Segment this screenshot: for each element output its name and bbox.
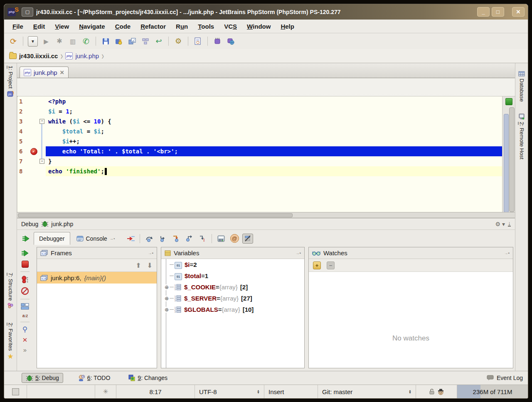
menu-item-run[interactable]: Run <box>172 22 192 31</box>
close-icon[interactable]: ✕ <box>22 337 28 343</box>
step-over-icon[interactable] <box>144 234 155 244</box>
debug-settings-gear-icon[interactable]: ⚙ ▾ <box>495 221 505 227</box>
settings-icon[interactable]: ⚙ <box>173 36 183 46</box>
remove-watch-button[interactable]: − <box>327 261 335 269</box>
frame-row[interactable]: <,>junk.php:6, {main}() <box>37 272 157 284</box>
save-all-icon[interactable] <box>101 36 111 46</box>
step-out-icon[interactable] <box>184 234 195 244</box>
code-line-6[interactable]: 6✔ echo 'Total: ' . $total . '<br>'; <box>17 146 502 156</box>
gutter-fold-area[interactable] <box>39 136 46 146</box>
gutter-fold-area[interactable] <box>39 126 46 136</box>
expand-node-icon[interactable]: ⊕ <box>164 296 170 301</box>
stop-icon[interactable] <box>22 261 29 268</box>
variable-row[interactable]: ⊕123$_COOKIE = {array}[2] <box>161 281 304 293</box>
gutter-fold-area[interactable]: ▴ <box>39 156 46 166</box>
frame-up-icon[interactable]: ⬆ <box>135 261 141 269</box>
code-editor[interactable]: 1<?php2$i = 1;3▾while ($i <= 10) {4 $tot… <box>17 96 502 212</box>
coverage-icon[interactable]: ▥ <box>68 36 78 46</box>
view-breakpoints-icon[interactable] <box>21 276 29 283</box>
caret-position-cell[interactable]: 8:17 <box>116 385 195 398</box>
toolwindow-button-todo[interactable]: 6: TODO <box>74 373 114 382</box>
gutter-fold-area[interactable]: ▾ <box>39 116 46 126</box>
stripe-button-favorites[interactable]: 2: Favorites★ <box>7 323 13 360</box>
hide-tool-window-icon[interactable]: ↓ <box>508 221 511 227</box>
maximize-button[interactable]: □ <box>492 7 504 17</box>
code-line-7[interactable]: 7▴} <box>17 156 502 166</box>
run-to-cursor-icon[interactable]: I <box>197 234 208 244</box>
memory-indicator[interactable]: 236M of 711M <box>457 385 528 398</box>
debug-tab-debugger[interactable]: Debugger <box>34 232 70 245</box>
toolwindow-button-debug[interactable]: 5: Debug <box>22 373 63 383</box>
gutter-fold-area[interactable] <box>39 146 46 156</box>
add-watch-button[interactable]: + <box>313 261 321 269</box>
editor-hscrollbar[interactable] <box>17 212 515 218</box>
menu-item-vcs[interactable]: VCS <box>220 22 241 31</box>
close-tab-icon[interactable]: ✕ <box>60 69 64 76</box>
restore-layout-icon[interactable] <box>21 303 29 310</box>
float-panel-icon[interactable]: →▪ <box>148 251 153 255</box>
menu-item-file[interactable]: File <box>8 22 27 31</box>
expand-node-icon[interactable]: ⊕ <box>164 307 170 313</box>
project-structure-icon[interactable] <box>140 36 150 46</box>
gutter-breakpoint-area[interactable]: ✔ <box>28 148 39 155</box>
vcs-branch-cell[interactable]: Git: master ▲▼ <box>318 385 416 398</box>
resume-icon[interactable] <box>21 249 29 257</box>
more-icon[interactable]: » <box>23 347 27 353</box>
attach-debugger-icon[interactable]: ✆ <box>81 36 91 46</box>
frame-down-icon[interactable]: ⬇ <box>147 261 153 269</box>
menu-item-navigate[interactable]: Navigate <box>75 22 109 31</box>
menu-item-help[interactable]: Help <box>276 22 298 31</box>
close-button[interactable]: ✕ <box>512 7 525 17</box>
code-line-1[interactable]: 1<?php <box>17 96 502 106</box>
breakpoint-icon[interactable]: ✔ <box>30 148 37 155</box>
fold-collapse-icon[interactable]: ▾ <box>39 119 44 124</box>
code-line-2[interactable]: 2$i = 1; <box>17 106 502 116</box>
editor-tab-junk-php[interactable]: php junk.php ✕ <box>20 67 69 78</box>
hector-inspector-icon[interactable] <box>438 389 444 395</box>
deployment-icon[interactable] <box>114 36 124 46</box>
quick-evaluate-at-icon[interactable]: @ <box>229 234 240 244</box>
code-line-8[interactable]: 8echo 'finished'; <box>17 166 502 176</box>
help-doc-icon[interactable] <box>193 36 203 46</box>
mute-breakpoints-circle-icon[interactable] <box>21 287 29 295</box>
variable-row[interactable]: 01$i = 2 <box>161 259 304 270</box>
sync-icon[interactable]: ⟳ <box>8 36 18 46</box>
pin-icon[interactable]: ⚲ <box>22 326 27 333</box>
scrollbar-thumb-outer[interactable] <box>509 107 515 212</box>
expand-node-icon[interactable]: ⊕ <box>164 284 170 290</box>
code-line-4[interactable]: 4 $total = $i; <box>17 126 502 136</box>
resume-program-icon[interactable] <box>20 234 31 244</box>
force-step-into-icon[interactable] <box>170 234 181 244</box>
step-into-icon[interactable] <box>157 234 168 244</box>
menu-item-tools[interactable]: Tools <box>194 22 218 31</box>
insert-mode-cell[interactable]: Insert <box>264 385 318 398</box>
plugin-b-icon[interactable] <box>226 36 236 46</box>
lock-icon[interactable] <box>429 389 434 395</box>
gutter-fold-area[interactable] <box>39 96 46 106</box>
window-menu-button[interactable]: ▢ <box>22 7 33 17</box>
code-line-3[interactable]: 3▾while ($i <= 10) { <box>17 116 502 126</box>
run-icon[interactable]: ▶ <box>41 36 51 46</box>
toggle-toolbuttons-icon[interactable] <box>12 388 19 395</box>
stripe-button-structure[interactable]: 7: Structure <box>7 273 14 308</box>
inspection-status-icon[interactable] <box>505 98 512 105</box>
hscrollbar-thumb[interactable] <box>18 213 293 217</box>
variable-row[interactable]: ⊕123$_SERVER = {array}[27] <box>161 293 304 304</box>
stripe-button-project[interactable]: 1: Projectps <box>7 66 14 97</box>
run-config-dropdown-icon[interactable]: ▼ <box>28 36 38 46</box>
mute-breakpoints-icon[interactable] <box>242 234 253 244</box>
stripe-button-database[interactable]: Database <box>518 71 525 102</box>
plugin-a-icon[interactable] <box>212 36 222 46</box>
gutter-fold-area[interactable] <box>39 106 46 116</box>
encoding-cell[interactable]: UTF-8 ▲▼ <box>195 385 264 398</box>
revert-icon[interactable]: ↩ <box>154 36 164 46</box>
sort-alphabetically-icon[interactable]: a↕z <box>22 313 28 318</box>
menu-item-refactor[interactable]: Refactor <box>136 22 170 31</box>
breadcrumb-project[interactable]: jr430.iixxii.cc <box>19 52 58 59</box>
lock-hector-cell[interactable] <box>416 385 457 398</box>
show-execution-point-icon[interactable] <box>125 234 136 244</box>
stripe-button-remote-host[interactable]: 2: Remote Host <box>518 113 525 159</box>
debug-icon[interactable]: ✱ <box>54 36 64 46</box>
evaluate-expression-icon[interactable] <box>216 234 227 244</box>
toolwindow-button-changes[interactable]: 9: Changes <box>125 373 171 382</box>
